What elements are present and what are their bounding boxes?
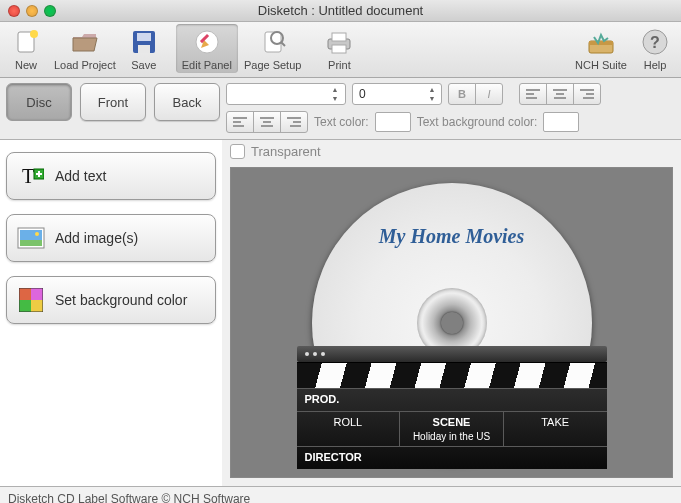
svg-text:?: ? (650, 34, 660, 51)
face-tabs: Disc Front Back (6, 83, 220, 121)
bold-button[interactable]: B (448, 83, 476, 105)
align-right-button[interactable] (573, 83, 601, 105)
status-text: Disketch CD Label Software © NCH Softwar… (8, 492, 250, 504)
svg-text:T: T (22, 165, 34, 187)
text-icon: T (17, 162, 45, 190)
svg-rect-25 (19, 288, 31, 300)
align-center-button[interactable] (546, 83, 574, 105)
valign-top-button[interactable] (226, 111, 254, 133)
clapper-prod: PROD. (297, 389, 607, 411)
chevron-down-icon[interactable]: ▼ (425, 94, 439, 103)
window-title: Disketch : Untitled document (0, 3, 681, 18)
transparent-row: Transparent (222, 140, 681, 163)
tab-front[interactable]: Front (80, 83, 146, 121)
clapper-roll: ROLL (297, 412, 401, 446)
sidebar: T Add text Add image(s) Set background c… (0, 140, 222, 486)
add-text-label: Add text (55, 168, 106, 184)
add-image-button[interactable]: Add image(s) (6, 214, 216, 262)
transparent-label: Transparent (251, 144, 321, 159)
font-family-select[interactable]: ▲▼ (226, 83, 346, 105)
italic-button[interactable]: I (475, 83, 503, 105)
color-grid-icon (17, 286, 45, 314)
image-icon (17, 224, 45, 252)
main: T Add text Add image(s) Set background c… (0, 140, 681, 486)
help-icon: ? (639, 26, 671, 58)
set-bg-color-button[interactable]: Set background color (6, 276, 216, 324)
clapperboard: PROD. ROLL SCENE Holiday in the US TAKE … (297, 346, 607, 469)
svg-rect-14 (589, 41, 613, 45)
svg-point-24 (35, 232, 39, 236)
clapper-board: PROD. ROLL SCENE Holiday in the US TAKE … (297, 388, 607, 469)
control-bar: Disc Front Back ▲▼ 0 ▲▼ B I (0, 78, 681, 140)
new-icon (10, 26, 42, 58)
folder-open-icon (69, 26, 101, 58)
svg-rect-23 (20, 240, 42, 246)
svg-rect-27 (19, 300, 31, 312)
print-button[interactable]: Print (317, 24, 361, 73)
svg-rect-26 (31, 288, 43, 300)
svg-rect-28 (31, 300, 43, 312)
help-button[interactable]: ? Help (633, 24, 677, 73)
font-size-input[interactable]: 0 ▲▼ (352, 83, 442, 105)
toolbox-icon (585, 26, 617, 58)
svg-line-9 (281, 42, 285, 46)
chevron-up-icon[interactable]: ▲ (327, 85, 343, 94)
canvas-area: Transparent My Home Movies PROD. ROLL SC… (222, 140, 681, 486)
chevron-down-icon[interactable]: ▼ (327, 94, 343, 103)
svg-rect-3 (137, 33, 151, 41)
align-left-button[interactable] (519, 83, 547, 105)
transparent-checkbox[interactable] (230, 144, 245, 159)
valign-bottom-button[interactable] (280, 111, 308, 133)
add-image-label: Add image(s) (55, 230, 138, 246)
disc-hole (441, 312, 463, 334)
edit-panel-button[interactable]: Edit Panel (176, 24, 238, 73)
save-icon (128, 26, 160, 58)
nch-suite-button[interactable]: NCH Suite (569, 24, 633, 73)
valign-middle-button[interactable] (253, 111, 281, 133)
svg-point-1 (30, 30, 38, 38)
design-canvas[interactable]: My Home Movies PROD. ROLL SCENE Holiday … (230, 167, 673, 478)
clapper-hinge (297, 346, 607, 362)
clapper-stripes (297, 362, 607, 388)
text-color-swatch[interactable] (375, 112, 411, 132)
page-setup-icon (257, 26, 289, 58)
chevron-up-icon[interactable]: ▲ (425, 85, 439, 94)
text-bg-color-label: Text background color: (417, 115, 538, 129)
edit-icon (191, 26, 223, 58)
text-bg-color-swatch[interactable] (543, 112, 579, 132)
clapper-scene: SCENE Holiday in the US (400, 412, 504, 446)
set-bg-label: Set background color (55, 292, 187, 308)
svg-rect-4 (138, 45, 150, 53)
text-color-label: Text color: (314, 115, 369, 129)
status-bar: Disketch CD Label Software © NCH Softwar… (0, 486, 681, 503)
titlebar: Disketch : Untitled document (0, 0, 681, 22)
print-icon (323, 26, 355, 58)
save-button[interactable]: Save (122, 24, 166, 73)
page-setup-button[interactable]: Page Setup (238, 24, 308, 73)
load-project-button[interactable]: Load Project (48, 24, 122, 73)
clapper-take: TAKE (504, 412, 607, 446)
clapper-director: DIRECTOR (297, 447, 607, 469)
tab-back[interactable]: Back (154, 83, 220, 121)
new-button[interactable]: New (4, 24, 48, 73)
svg-rect-11 (332, 33, 346, 41)
toolbar: New Load Project Save Edit Panel Pa (0, 22, 681, 78)
disc-title-text: My Home Movies (312, 225, 592, 248)
tab-disc[interactable]: Disc (6, 83, 72, 121)
disc-preview: My Home Movies PROD. ROLL SCENE Holiday … (312, 183, 592, 463)
svg-rect-12 (332, 45, 346, 53)
add-text-button[interactable]: T Add text (6, 152, 216, 200)
